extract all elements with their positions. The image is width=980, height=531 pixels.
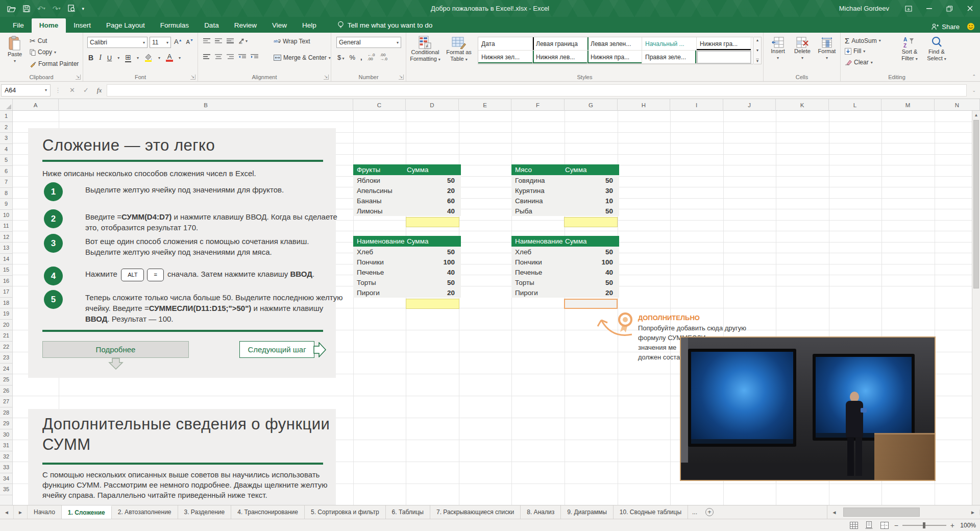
sheet-tab-1-сложение[interactable]: 1. Сложение [62, 505, 112, 519]
copy-button[interactable]: Copy▾ [30, 49, 56, 56]
font-size-select[interactable]: 11▾ [150, 37, 171, 48]
row-header-29[interactable]: 29 [0, 418, 12, 429]
row-header-22[interactable]: 22 [0, 342, 12, 353]
bold-button[interactable]: B [88, 54, 93, 62]
row-header-31[interactable]: 31 [0, 440, 12, 451]
cut-button[interactable]: ✂Cut [30, 37, 47, 45]
ribbon-tab-page-layout[interactable]: Page Layout [99, 18, 153, 33]
format-painter-button[interactable]: Format Painter [30, 60, 79, 67]
hscroll-right-arrow[interactable]: ► [966, 510, 980, 515]
zoom-in-button[interactable]: + [950, 521, 954, 529]
increase-decimal-icon[interactable]: ←.0.00 [368, 53, 375, 61]
row-header-8[interactable]: 8 [0, 188, 12, 199]
sheet-tab-6-таблицы[interactable]: 6. Таблицы [386, 505, 430, 519]
normal-view-icon[interactable] [848, 521, 860, 530]
decrease-decimal-icon[interactable]: .00→.0 [380, 53, 387, 61]
row-header-20[interactable]: 20 [0, 320, 12, 331]
ribbon-tab-data[interactable]: Data [197, 18, 227, 33]
row-header-7[interactable]: 7 [0, 177, 12, 188]
sheet-tab-4-транспонирование[interactable]: 4. Транспонирование [231, 505, 305, 519]
insert-function-icon[interactable]: fx [93, 86, 106, 94]
sheet-tab-начало[interactable]: Начало [28, 505, 62, 519]
feedback-smiley-icon[interactable] [967, 22, 975, 31]
select-all-corner[interactable] [0, 99, 13, 110]
sheet-tab-2-автозаполнение[interactable]: 2. Автозаполнение [112, 505, 178, 519]
column-header-H[interactable]: H [618, 99, 670, 111]
close-button[interactable] [960, 0, 980, 17]
row-header-21[interactable]: 21 [0, 330, 12, 342]
column-header-C[interactable]: C [353, 99, 406, 111]
font-color-icon[interactable]: A [166, 54, 173, 62]
row-header-4[interactable]: 4 [0, 144, 12, 155]
row-header-17[interactable]: 17 [0, 286, 12, 298]
cell-style-item[interactable]: Нижняя пра... [587, 51, 642, 64]
sort-filter-button[interactable]: AZ Sort & Filter ▾ [897, 36, 922, 62]
decrease-indent-icon[interactable] [238, 54, 246, 60]
sum-input-cell-yellow[interactable] [406, 299, 459, 309]
row-header-28[interactable]: 28 [0, 407, 12, 419]
increase-indent-icon[interactable] [251, 54, 258, 60]
alignment-dialog-launcher[interactable]: ↘ [324, 75, 329, 80]
page-break-view-icon[interactable] [879, 521, 890, 530]
conditional-formatting-button[interactable]: ≠ Conditional Formatting ▾ [408, 36, 442, 63]
borders-icon[interactable]: ⊞ [125, 53, 131, 62]
cell-style-item[interactable]: Дата [478, 37, 533, 51]
vertical-scrollbar[interactable]: ▲ [972, 111, 980, 505]
name-box[interactable]: A64▾ [1, 84, 51, 96]
sheet-tab-5-сортировка-и-фильтр[interactable]: 5. Сортировка и фильтр [305, 505, 386, 519]
number-dialog-launcher[interactable]: ↘ [399, 75, 404, 80]
tell-me-box[interactable]: Tell me what you want to do [337, 21, 433, 33]
align-center-icon[interactable] [215, 54, 222, 60]
row-header-25[interactable]: 25 [0, 374, 12, 385]
column-header-E[interactable]: E [459, 99, 511, 111]
namebox-splitter[interactable]: ⋮ [51, 86, 65, 94]
new-sheet-button[interactable]: + [701, 505, 718, 519]
vscroll-thumb[interactable] [973, 120, 979, 288]
share-button[interactable]: Share [932, 23, 960, 31]
delete-cells-button[interactable]: Delete▾ [791, 37, 814, 61]
align-right-icon[interactable] [227, 54, 234, 60]
ribbon-tab-help[interactable]: Help [295, 18, 324, 33]
orientation-icon[interactable]: ab ▾ [238, 38, 248, 44]
row-header-26[interactable]: 26 [0, 385, 12, 397]
borders-dropdown[interactable]: ▾ [137, 56, 139, 60]
decrease-font-icon[interactable]: A▼ [186, 38, 193, 45]
row-header-33[interactable]: 33 [0, 462, 12, 473]
row-header-12[interactable]: 12 [0, 232, 12, 243]
format-as-table-button[interactable]: Format as Table ▾ [443, 36, 475, 63]
row-header-5[interactable]: 5 [0, 155, 12, 166]
row-header-35[interactable]: 35 [0, 484, 12, 495]
qat-customize-icon[interactable]: ▾ [82, 6, 85, 11]
row-header-16[interactable]: 16 [0, 276, 12, 287]
cell-style-item[interactable]: Начальный ... [642, 37, 697, 51]
comma-button[interactable]: , [360, 54, 362, 61]
cell-style-item[interactable]: Правая зеле... [642, 51, 697, 64]
row-header-14[interactable]: 14 [0, 254, 12, 265]
row-header-24[interactable]: 24 [0, 364, 12, 375]
increase-font-icon[interactable]: A▲ [174, 38, 182, 45]
row-header-15[interactable]: 15 [0, 264, 12, 276]
row-header-6[interactable]: 6 [0, 166, 12, 177]
row-header-18[interactable]: 18 [0, 298, 12, 309]
sheet-grid[interactable]: 1234567891011121314151617181920212223242… [0, 111, 980, 505]
column-header-F[interactable]: F [511, 99, 565, 111]
column-header-M[interactable]: M [881, 99, 935, 111]
align-bottom-icon[interactable] [227, 38, 234, 44]
cancel-icon[interactable]: ✕ [65, 86, 79, 94]
collapse-ribbon-icon[interactable]: ⌃ [972, 74, 976, 79]
clear-button[interactable]: Clear▾ [845, 59, 873, 66]
column-header-G[interactable]: G [565, 99, 618, 111]
format-cells-button[interactable]: Format▾ [816, 37, 838, 61]
underline-button[interactable]: U [107, 54, 112, 62]
row-header-30[interactable]: 30 [0, 429, 12, 441]
currency-button[interactable]: $ ▾ [337, 54, 344, 61]
enter-icon[interactable]: ✓ [79, 86, 93, 94]
ribbon-tab-formulas[interactable]: Formulas [153, 18, 197, 33]
row-header-13[interactable]: 13 [0, 243, 12, 254]
row-header-11[interactable]: 11 [0, 221, 12, 232]
save-icon[interactable] [23, 5, 30, 12]
row-header-19[interactable]: 19 [0, 308, 12, 320]
percent-button[interactable]: % [349, 54, 355, 61]
wrap-text-button[interactable]: ab Wrap Text [274, 38, 310, 45]
fill-color-icon[interactable] [144, 54, 153, 62]
